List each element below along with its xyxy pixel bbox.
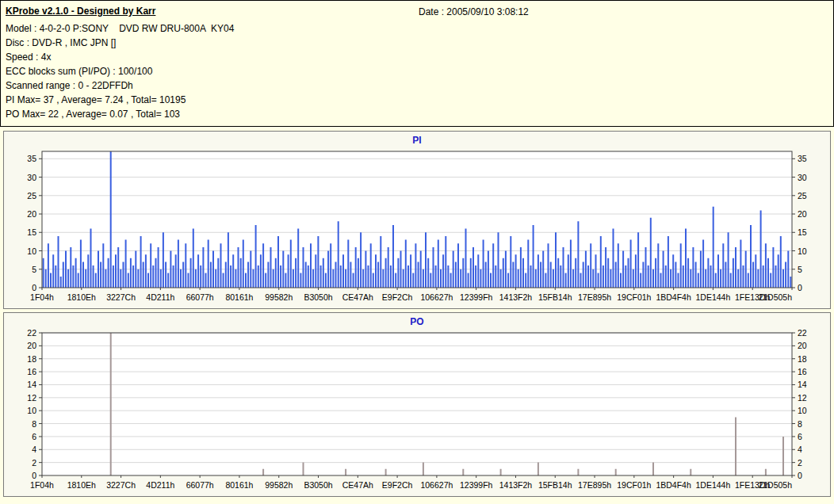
speed-line: Speed : 4x: [6, 50, 833, 64]
svg-text:0: 0: [798, 283, 802, 292]
svg-text:1DE144h: 1DE144h: [696, 480, 731, 490]
svg-text:3227Ch: 3227Ch: [106, 292, 136, 302]
svg-text:25: 25: [798, 191, 807, 200]
svg-text:4D211h: 4D211h: [146, 292, 174, 302]
scanned-range-line: Scanned range : 0 - 22DFFDh: [6, 78, 833, 93]
svg-text:1DE144h: 1DE144h: [696, 292, 731, 302]
svg-text:8: 8: [32, 419, 36, 429]
header-top-row: KProbe v2.1.0 - Designed by Karr Date : …: [1, 1, 833, 21]
po-stats-line: PO Max= 22 , Average= 0.07 , Total= 103: [6, 107, 833, 121]
svg-text:12: 12: [798, 393, 807, 403]
svg-text:12399Fh: 12399Fh: [460, 480, 493, 490]
svg-text:12399Fh: 12399Fh: [460, 292, 493, 302]
svg-text:1BD4F4h: 1BD4F4h: [656, 292, 691, 302]
svg-text:15FB14h: 15FB14h: [538, 480, 572, 490]
svg-text:10: 10: [798, 406, 807, 415]
svg-text:17E895h: 17E895h: [578, 292, 611, 302]
svg-text:10: 10: [27, 406, 36, 415]
svg-text:80161h: 80161h: [225, 480, 253, 490]
pi-chart-title: PI: [4, 132, 830, 147]
svg-text:21D505h: 21D505h: [758, 292, 792, 302]
svg-text:5: 5: [32, 265, 36, 274]
svg-text:4: 4: [32, 445, 36, 454]
svg-text:17E895h: 17E895h: [578, 480, 611, 490]
po-chart: 002244668810101212141416161818202022221F…: [4, 328, 830, 496]
svg-text:15FB14h: 15FB14h: [538, 292, 572, 302]
model-line: Model : 4-0-2-0 P:SONY DVD RW DRU-800A K…: [6, 21, 833, 36]
svg-text:8: 8: [798, 419, 802, 429]
svg-text:1BD4F4h: 1BD4F4h: [656, 480, 691, 490]
svg-text:CE47Ah: CE47Ah: [342, 292, 373, 302]
disc-line: Disc : DVD-R , IMC JPN []: [6, 36, 833, 50]
svg-text:21D505h: 21D505h: [758, 480, 792, 490]
svg-text:80161h: 80161h: [225, 292, 253, 302]
svg-text:0: 0: [32, 471, 36, 480]
app-title: KProbe v2.1.0 - Designed by Karr: [1, 1, 155, 17]
svg-text:30: 30: [27, 173, 36, 182]
svg-text:106627h: 106627h: [420, 292, 453, 302]
svg-text:19CF01h: 19CF01h: [617, 480, 651, 490]
svg-text:20: 20: [27, 341, 36, 350]
svg-text:6: 6: [32, 432, 36, 441]
svg-text:E9F2Ch: E9F2Ch: [382, 480, 413, 490]
svg-text:30: 30: [798, 173, 807, 182]
svg-text:1413F2h: 1413F2h: [499, 292, 533, 302]
svg-text:20: 20: [798, 209, 807, 219]
svg-text:4D211h: 4D211h: [146, 480, 174, 490]
po-chart-title: PO: [4, 313, 830, 328]
svg-text:66077h: 66077h: [186, 292, 214, 302]
po-panel: PO 0022446688101012121414161618182020222…: [3, 312, 831, 497]
svg-text:22: 22: [798, 328, 807, 338]
svg-text:16: 16: [798, 367, 807, 376]
svg-text:B3050h: B3050h: [304, 480, 332, 490]
svg-text:15: 15: [27, 227, 36, 237]
svg-text:99582h: 99582h: [265, 480, 293, 490]
svg-text:1F04h: 1F04h: [30, 480, 54, 490]
svg-text:25: 25: [27, 191, 36, 200]
svg-text:10: 10: [27, 246, 36, 256]
pi-stats-line: PI Max= 37 , Average= 7.24 , Total= 1019…: [6, 93, 833, 107]
svg-text:1810Eh: 1810Eh: [67, 480, 96, 490]
scan-date: Date : 2005/09/10 3:08:12: [419, 6, 529, 17]
svg-text:22: 22: [27, 328, 36, 338]
svg-text:10: 10: [798, 246, 807, 256]
svg-text:20: 20: [27, 209, 36, 219]
svg-text:106627h: 106627h: [420, 480, 453, 490]
svg-text:0: 0: [32, 283, 36, 292]
svg-text:4: 4: [798, 445, 802, 454]
pi-panel: PI 00551010151520202525303035351F04h1810…: [3, 131, 831, 309]
svg-text:1F04h: 1F04h: [30, 292, 54, 302]
svg-text:16: 16: [27, 367, 36, 376]
svg-text:1413F2h: 1413F2h: [499, 480, 533, 490]
svg-text:CE47Ah: CE47Ah: [342, 480, 373, 490]
svg-text:B3050h: B3050h: [304, 292, 332, 302]
svg-text:6: 6: [798, 432, 802, 441]
svg-text:20: 20: [798, 341, 807, 350]
svg-text:E9F2Ch: E9F2Ch: [382, 292, 413, 302]
svg-text:19CF01h: 19CF01h: [617, 292, 651, 302]
svg-text:99582h: 99582h: [265, 292, 293, 302]
svg-text:0: 0: [798, 471, 802, 480]
svg-text:66077h: 66077h: [186, 480, 214, 490]
svg-text:1810Eh: 1810Eh: [67, 292, 96, 302]
svg-text:15: 15: [798, 227, 807, 237]
svg-text:2: 2: [32, 458, 36, 468]
svg-text:14: 14: [27, 380, 36, 389]
svg-text:12: 12: [27, 393, 36, 403]
svg-text:2: 2: [798, 458, 802, 468]
svg-text:35: 35: [798, 154, 807, 163]
ecc-blocks-line: ECC blocks sum (PI/PO) : 100/100: [6, 64, 833, 78]
svg-text:5: 5: [798, 265, 802, 274]
svg-text:18: 18: [27, 354, 36, 364]
svg-text:35: 35: [27, 154, 36, 163]
svg-text:14: 14: [798, 380, 807, 389]
pi-chart: 00551010151520202525303035351F04h1810Eh3…: [4, 147, 830, 308]
svg-text:3227Ch: 3227Ch: [106, 480, 136, 490]
header-panel: KProbe v2.1.0 - Designed by Karr Date : …: [0, 0, 834, 127]
svg-text:18: 18: [798, 354, 807, 364]
